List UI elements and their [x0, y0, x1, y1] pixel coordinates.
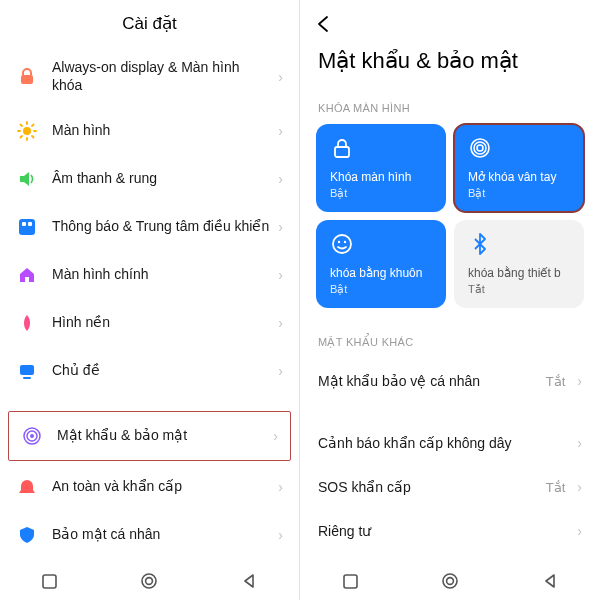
svg-rect-10: [19, 219, 35, 235]
other-item-2[interactable]: SOS khẩn cấp Tắt ›: [304, 465, 596, 509]
tile-label: khóa bằng khuôn: [330, 265, 432, 281]
settings-item-8[interactable]: An toàn và khẩn cấp ›: [4, 463, 295, 511]
face-tile-icon: [330, 232, 354, 256]
chevron-right-icon: ›: [278, 219, 283, 235]
nav-home-icon[interactable]: [140, 572, 158, 590]
sound-icon: [16, 168, 38, 190]
item-value: Tắt: [546, 374, 566, 389]
svg-rect-20: [43, 575, 56, 588]
settings-item-1[interactable]: Màn hình ›: [4, 107, 295, 155]
item-label: Mật khẩu & bảo mật: [57, 427, 267, 445]
nav-recent-icon[interactable]: [341, 572, 359, 590]
tile-status: Bật: [468, 187, 570, 200]
nav-bar-2: [300, 562, 600, 600]
settings-item-7[interactable]: Mật khẩu & bảo mật ›: [8, 411, 291, 461]
nav-bar: [0, 562, 299, 600]
header: Cài đặt: [0, 0, 299, 46]
svg-rect-0: [21, 75, 33, 84]
tile-2[interactable]: khóa bằng khuôn Bật: [316, 220, 446, 308]
svg-point-32: [447, 578, 454, 585]
tile-1[interactable]: Mở khóa vân tay Bật: [454, 124, 584, 212]
nav-home-icon[interactable]: [441, 572, 459, 590]
chevron-right-icon: ›: [577, 435, 582, 451]
svg-point-29: [344, 241, 346, 243]
svg-line-6: [21, 125, 23, 127]
tile-status: Bật: [330, 187, 432, 200]
svg-point-27: [333, 235, 351, 253]
item-label: Màn hình chính: [52, 266, 272, 284]
settings-screen: Cài đặt Always-on display & Màn hình khó…: [0, 0, 300, 600]
svg-line-7: [32, 136, 34, 138]
settings-list: Always-on display & Màn hình khóa › Màn …: [0, 46, 299, 600]
settings-item-6[interactable]: Chủ đề ›: [4, 347, 295, 395]
settings-item-4[interactable]: Màn hình chính ›: [4, 251, 295, 299]
fingerprint-tile-icon: [468, 136, 492, 160]
chevron-right-icon: ›: [577, 373, 582, 389]
screen-title: Mật khẩu & bảo mật: [300, 40, 600, 96]
tiles-grid: Khóa màn hình Bật Mở khóa vân tay Bật kh…: [300, 124, 600, 308]
chevron-right-icon: ›: [278, 267, 283, 283]
section-other: MẬT KHẨU KHÁC: [300, 330, 600, 359]
tile-status: Tắt: [468, 283, 570, 296]
item-label: Cảnh báo khẩn cấp không dây: [318, 435, 571, 451]
tile-label: Mở khóa vân tay: [468, 169, 570, 185]
settings-item-2[interactable]: Âm thanh & rung ›: [4, 155, 295, 203]
alert-icon: [16, 476, 38, 498]
tile-label: Khóa màn hình: [330, 169, 432, 185]
item-label: Âm thanh & rung: [52, 170, 272, 188]
other-item-0[interactable]: Mật khẩu bảo vệ cá nhân Tắt ›: [304, 359, 596, 403]
svg-rect-13: [20, 365, 34, 375]
settings-item-9[interactable]: Bảo mật cá nhân ›: [4, 511, 295, 559]
svg-point-22: [146, 578, 153, 585]
bluetooth-tile-icon: [468, 232, 492, 256]
section-lock: KHÓA MÀN HÌNH: [300, 96, 600, 124]
home-icon: [16, 264, 38, 286]
item-label: Hình nền: [52, 314, 272, 332]
item-label: An toàn và khẩn cấp: [52, 478, 272, 496]
nav-recent-icon[interactable]: [41, 572, 59, 590]
sun-icon: [16, 120, 38, 142]
tile-label: khóa bằng thiết b: [468, 265, 570, 281]
item-label: Mật khẩu bảo vệ cá nhân: [318, 373, 546, 389]
item-label: Màn hình: [52, 122, 272, 140]
chevron-right-icon: ›: [278, 315, 283, 331]
lock-icon: [16, 66, 38, 88]
item-value: Tắt: [546, 480, 566, 495]
tile-3[interactable]: khóa bằng thiết b Tắt: [454, 220, 584, 308]
item-label: SOS khẩn cấp: [318, 479, 546, 495]
chevron-right-icon: ›: [278, 527, 283, 543]
chevron-right-icon: ›: [577, 479, 582, 495]
item-label: Thông báo & Trung tâm điều khiển: [52, 218, 272, 236]
chevron-right-icon: ›: [278, 171, 283, 187]
nav-back-icon[interactable]: [240, 572, 258, 590]
svg-rect-11: [22, 222, 26, 226]
settings-item-0[interactable]: Always-on display & Màn hình khóa ›: [4, 46, 295, 107]
tile-0[interactable]: Khóa màn hình Bật: [316, 124, 446, 212]
svg-point-26: [477, 145, 483, 151]
other-item-3[interactable]: Riêng tư ›: [304, 509, 596, 553]
lock-tile-icon: [330, 136, 354, 160]
other-item-1[interactable]: Cảnh báo khẩn cấp không dây ›: [304, 421, 596, 465]
svg-line-8: [21, 136, 23, 138]
svg-point-25: [474, 142, 486, 154]
svg-rect-12: [28, 222, 32, 226]
security-screen: Mật khẩu & bảo mật KHÓA MÀN HÌNH Khóa mà…: [300, 0, 600, 600]
wallpaper-icon: [16, 312, 38, 334]
chevron-right-icon: ›: [278, 363, 283, 379]
svg-point-17: [30, 434, 34, 438]
chevron-right-icon: ›: [273, 428, 278, 444]
back-button[interactable]: [314, 14, 334, 34]
settings-item-5[interactable]: Hình nền ›: [4, 299, 295, 347]
svg-rect-30: [344, 575, 357, 588]
item-label: Chủ đề: [52, 362, 272, 380]
nav-back-icon[interactable]: [541, 572, 559, 590]
item-label: Always-on display & Màn hình khóa: [52, 59, 272, 94]
page-title: Cài đặt: [122, 13, 176, 34]
fingerprint-icon: [21, 425, 43, 447]
svg-line-9: [32, 125, 34, 127]
svg-point-31: [443, 574, 457, 588]
chevron-right-icon: ›: [278, 479, 283, 495]
svg-point-21: [142, 574, 156, 588]
svg-point-1: [23, 127, 31, 135]
settings-item-3[interactable]: Thông báo & Trung tâm điều khiển ›: [4, 203, 295, 251]
